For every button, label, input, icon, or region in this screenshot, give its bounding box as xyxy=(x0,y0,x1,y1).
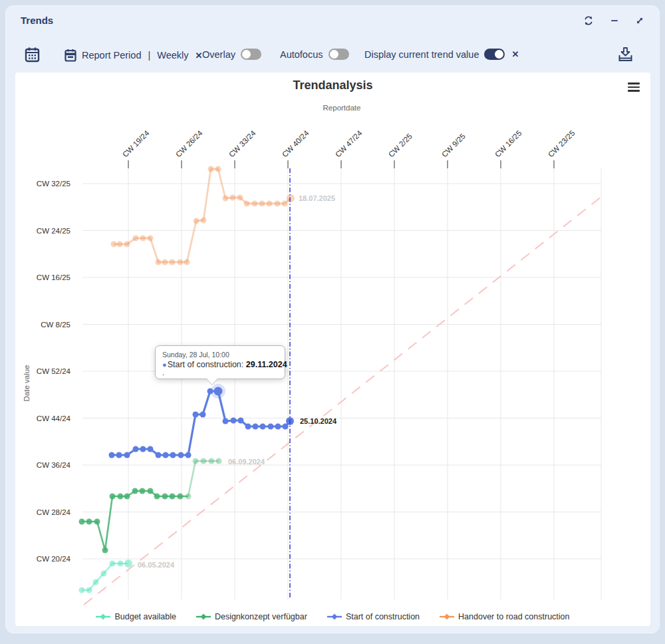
legend-item[interactable]: Designkonzept verfügbar xyxy=(196,612,307,621)
x-tick-label: CW 33/24 xyxy=(227,128,257,158)
data-point[interactable] xyxy=(116,452,122,458)
data-point[interactable] xyxy=(170,494,176,500)
series-start-of-construction[interactable] xyxy=(109,384,295,458)
data-point[interactable] xyxy=(209,458,215,464)
data-point[interactable] xyxy=(117,242,123,247)
data-point[interactable] xyxy=(118,494,124,500)
data-point[interactable] xyxy=(223,196,229,202)
overlay-toggle[interactable] xyxy=(241,49,261,60)
y-tick-label: CW 8/25 xyxy=(41,321,70,329)
data-point[interactable] xyxy=(184,259,190,265)
data-point[interactable] xyxy=(154,494,160,500)
data-point[interactable] xyxy=(170,259,176,265)
series-handover-to-road-construction[interactable] xyxy=(111,166,295,265)
data-point[interactable] xyxy=(178,259,184,265)
data-point[interactable] xyxy=(230,195,236,201)
data-point[interactable] xyxy=(124,452,130,458)
data-point[interactable] xyxy=(201,458,207,464)
data-point[interactable] xyxy=(109,452,115,458)
data-point[interactable] xyxy=(200,412,206,418)
data-point[interactable] xyxy=(133,446,139,452)
trend-value-close-icon[interactable]: ✕ xyxy=(511,49,519,59)
data-point[interactable] xyxy=(102,548,108,554)
current-value-label: 06.09.2024 xyxy=(228,458,265,466)
data-point[interactable] xyxy=(237,195,243,201)
data-point[interactable] xyxy=(101,571,107,577)
series-designkonzept-verf-gbar[interactable] xyxy=(79,458,222,554)
data-point[interactable] xyxy=(245,424,251,430)
minimize-icon[interactable] xyxy=(610,16,619,25)
data-point[interactable] xyxy=(282,201,288,207)
data-point[interactable] xyxy=(259,201,265,207)
data-point[interactable] xyxy=(186,452,192,458)
data-point[interactable] xyxy=(186,494,192,500)
legend-item[interactable]: Handover to road construction xyxy=(440,612,569,621)
data-point[interactable] xyxy=(140,488,146,494)
data-point[interactable] xyxy=(156,259,162,265)
data-point[interactable] xyxy=(79,587,85,593)
data-point[interactable] xyxy=(86,519,92,525)
data-point[interactable] xyxy=(132,488,138,494)
data-point[interactable] xyxy=(133,236,139,242)
data-point[interactable] xyxy=(283,424,289,430)
data-point[interactable] xyxy=(140,446,146,452)
data-point[interactable] xyxy=(93,579,99,585)
data-point[interactable] xyxy=(253,424,259,430)
data-point[interactable] xyxy=(124,242,130,247)
expand-icon[interactable] xyxy=(635,16,644,25)
tooltip-date: Sunday, 28 Jul, 10:00 xyxy=(162,351,278,359)
autofocus-toggle[interactable] xyxy=(329,49,349,60)
data-point[interactable] xyxy=(201,218,207,224)
trend-value-toggle[interactable] xyxy=(484,49,505,60)
data-point[interactable] xyxy=(231,418,237,424)
data-point[interactable] xyxy=(193,458,199,464)
data-point[interactable] xyxy=(124,494,130,500)
refresh-icon[interactable] xyxy=(583,15,594,26)
data-point[interactable] xyxy=(94,519,100,525)
data-point[interactable] xyxy=(111,242,117,247)
data-point[interactable] xyxy=(178,494,184,500)
data-point[interactable] xyxy=(216,458,222,464)
legend-label: Designkonzept verfügbar xyxy=(215,612,307,621)
download-icon xyxy=(617,46,634,63)
data-point[interactable] xyxy=(148,236,154,242)
report-period-close-icon[interactable]: ✕ xyxy=(196,51,203,61)
data-point[interactable] xyxy=(267,201,273,207)
data-point[interactable] xyxy=(215,166,221,172)
legend-item[interactable]: Start of construction xyxy=(327,612,420,621)
report-period-filter[interactable]: Report Period | Weekly ✕ xyxy=(65,49,202,62)
data-point[interactable] xyxy=(79,519,85,525)
data-point[interactable] xyxy=(178,452,184,458)
data-point[interactable] xyxy=(287,194,295,202)
data-point[interactable] xyxy=(86,587,92,593)
chart-legend: Budget available Designkonzept verfügbar… xyxy=(15,612,650,621)
data-point[interactable] xyxy=(148,446,154,452)
data-point[interactable] xyxy=(194,218,200,224)
data-point[interactable] xyxy=(260,424,266,430)
data-point[interactable] xyxy=(208,166,214,172)
data-point[interactable] xyxy=(118,561,124,567)
data-point[interactable] xyxy=(156,452,162,458)
data-point[interactable] xyxy=(268,424,274,430)
calendar-button[interactable] xyxy=(25,47,40,63)
data-point[interactable] xyxy=(244,201,250,207)
data-point[interactable] xyxy=(275,424,281,430)
data-point[interactable] xyxy=(252,201,258,207)
data-point[interactable] xyxy=(163,452,169,458)
data-point[interactable] xyxy=(148,488,154,494)
hovered-point[interactable] xyxy=(214,387,223,396)
data-point[interactable] xyxy=(162,494,168,500)
data-point[interactable] xyxy=(223,418,229,424)
data-point[interactable] xyxy=(124,560,132,567)
data-point[interactable] xyxy=(193,412,199,418)
data-point[interactable] xyxy=(162,259,168,265)
data-point[interactable] xyxy=(275,201,281,207)
download-button[interactable] xyxy=(617,46,634,66)
data-point[interactable] xyxy=(140,236,146,242)
tooltip-value: 29.11.2024 xyxy=(246,360,287,369)
data-point[interactable] xyxy=(110,561,116,567)
data-point[interactable] xyxy=(238,418,244,424)
legend-item[interactable]: Budget available xyxy=(96,612,176,621)
data-point[interactable] xyxy=(170,452,176,458)
data-point[interactable] xyxy=(110,494,116,500)
